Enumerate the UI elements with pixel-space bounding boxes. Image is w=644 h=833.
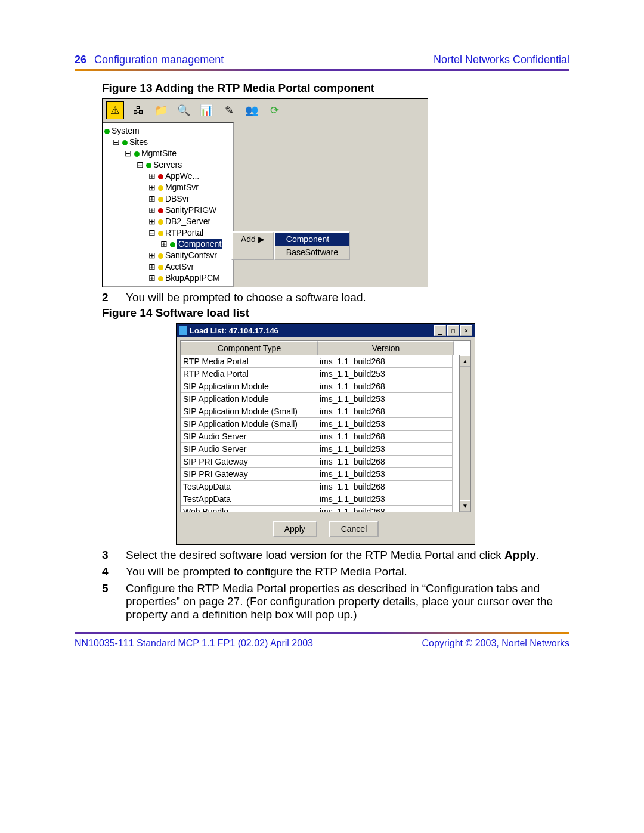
- table-cell[interactable]: TestAppData: [181, 493, 317, 506]
- app-icon: [179, 326, 187, 335]
- table-cell[interactable]: SIP Application Module (Small): [181, 405, 317, 418]
- table-cell[interactable]: ims_1.1_build268: [317, 380, 453, 393]
- step-number: 3: [102, 549, 126, 562]
- footer-right: Copyright © 2003, Nortel Networks: [422, 638, 569, 649]
- table-cell[interactable]: ims_1.1_build253: [317, 493, 453, 506]
- figure14: Load List: 47.104.17.146 _ □ × Component…: [176, 323, 475, 545]
- cancel-button[interactable]: Cancel: [329, 521, 379, 537]
- users-icon[interactable]: 👥: [243, 102, 260, 119]
- step-number: 5: [102, 582, 126, 621]
- table-cell[interactable]: SIP PRI Gateway: [181, 456, 317, 468]
- step-text: Configure the RTP Media Portal propertie…: [126, 582, 569, 621]
- network-icon[interactable]: 🖧: [130, 102, 147, 119]
- table-cell[interactable]: ims_1.1_build268: [317, 481, 453, 493]
- table-cell[interactable]: Web Bundle: [181, 506, 317, 512]
- table-cell[interactable]: SIP PRI Gateway: [181, 468, 317, 481]
- chart-icon[interactable]: 📊: [198, 102, 215, 119]
- table-cell[interactable]: ims_1.1_build253: [317, 443, 453, 456]
- col-component-type[interactable]: Component Type: [181, 341, 318, 355]
- confidential-label: Nortel Networks Confidential: [434, 54, 569, 66]
- figure13-caption: Figure 13 Adding the RTP Media Portal co…: [102, 82, 569, 95]
- table-cell[interactable]: RTP Media Portal: [181, 368, 317, 380]
- section-title: Configuration management: [94, 54, 224, 66]
- context-basesoftware[interactable]: BaseSoftware: [275, 246, 349, 259]
- minimize-icon[interactable]: _: [434, 325, 446, 336]
- tree-item[interactable]: DB2_Server: [165, 216, 210, 226]
- context-component[interactable]: Component: [275, 233, 349, 246]
- figure14-caption: Figure 14 Software load list: [102, 306, 569, 320]
- tree-item[interactable]: BkupAppIPCM: [165, 273, 220, 283]
- table-cell[interactable]: TestAppData: [181, 481, 317, 493]
- apply-button[interactable]: Apply: [273, 521, 317, 537]
- tree-item[interactable]: MgmtSvr: [165, 182, 199, 192]
- table-cell[interactable]: ims_1.1_build268: [317, 431, 453, 443]
- maximize-icon[interactable]: □: [447, 325, 459, 336]
- folder-icon[interactable]: 📁: [153, 102, 169, 119]
- load-list-body[interactable]: RTP Media Portalims_1.1_build268 RTP Med…: [181, 355, 470, 512]
- figure13: ⚠ 🖧 📁 🔍 📊 ✎ 👥 ⟳ System ⊟ Sites ⊟ MgmtSit…: [102, 98, 428, 287]
- close-icon[interactable]: ×: [460, 325, 472, 336]
- table-cell[interactable]: SIP Application Module: [181, 380, 317, 393]
- titlebar: Load List: 47.104.17.146 _ □ ×: [177, 324, 475, 337]
- tree-item[interactable]: SanityConfsvr: [165, 250, 217, 260]
- table-cell[interactable]: SIP Application Module: [181, 393, 317, 405]
- tree-sites[interactable]: Sites: [129, 137, 148, 147]
- refresh-icon[interactable]: ⟳: [266, 102, 283, 119]
- scrollbar[interactable]: ▲ ▼: [459, 355, 470, 512]
- table-cell[interactable]: ims_1.1_build253: [317, 393, 453, 405]
- step-text: Select the desired software load version…: [126, 549, 569, 562]
- tree-item[interactable]: DBSvr: [165, 194, 189, 203]
- table-cell[interactable]: ims_1.1_build253: [317, 368, 453, 380]
- search-icon[interactable]: 🔍: [175, 102, 192, 119]
- edit-icon[interactable]: ✎: [221, 102, 237, 119]
- table-cell[interactable]: ims_1.1_build268: [317, 355, 453, 368]
- table-cell[interactable]: SIP Application Module (Small): [181, 418, 317, 431]
- toolbar: ⚠ 🖧 📁 🔍 📊 ✎ 👥 ⟳: [103, 99, 428, 122]
- page-number: 26: [75, 54, 86, 66]
- warning-icon[interactable]: ⚠: [106, 101, 124, 119]
- tree-view[interactable]: System ⊟ Sites ⊟ MgmtSite ⊟ Servers ⊞ Ap…: [103, 122, 234, 287]
- tree-selected[interactable]: Component: [177, 239, 222, 249]
- scroll-up-icon[interactable]: ▲: [460, 355, 470, 367]
- tree-item[interactable]: SanityPRIGW: [165, 205, 216, 215]
- window-title: Load List: 47.104.17.146: [187, 326, 433, 335]
- table-cell[interactable]: ims_1.1_build253: [317, 468, 453, 481]
- table-cell[interactable]: ims_1.1_build268: [317, 405, 453, 418]
- table-cell[interactable]: RTP Media Portal: [181, 355, 317, 368]
- tree-item[interactable]: AppWe...: [165, 171, 199, 181]
- header-rule: [75, 69, 569, 71]
- tree-servers[interactable]: Servers: [153, 160, 182, 169]
- table-cell[interactable]: ims_1.1_build268: [317, 506, 453, 512]
- step-text: You will be prompted to configure the RT…: [126, 565, 569, 578]
- tree-root[interactable]: System: [112, 126, 140, 135]
- tree-item[interactable]: RTPPortal: [165, 228, 203, 237]
- scroll-down-icon[interactable]: ▼: [460, 500, 470, 512]
- table-cell[interactable]: ims_1.1_build253: [317, 418, 453, 431]
- table-cell[interactable]: SIP Audio Server: [181, 443, 317, 456]
- table-cell[interactable]: SIP Audio Server: [181, 431, 317, 443]
- tree-mgmtsite[interactable]: MgmtSite: [141, 148, 177, 158]
- context-add[interactable]: Add ▶: [231, 231, 274, 260]
- step-number: 4: [102, 565, 126, 578]
- footer-left: NN10035-111 Standard MCP 1.1 FP1 (02.02)…: [75, 638, 313, 649]
- table-cell[interactable]: ims_1.1_build268: [317, 456, 453, 468]
- step-number: 2: [102, 291, 126, 304]
- footer-rule: [75, 632, 569, 634]
- col-version[interactable]: Version: [318, 341, 454, 355]
- step-text: You will be prompted to choose a softwar…: [126, 291, 569, 304]
- tree-item[interactable]: AcctSvr: [165, 262, 194, 271]
